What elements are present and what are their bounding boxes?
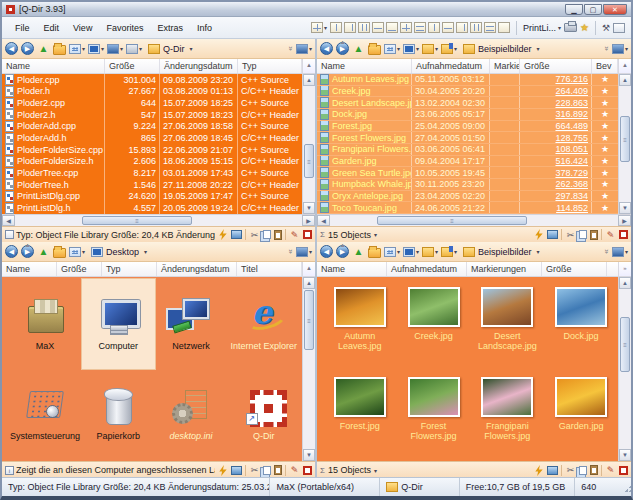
maximize-button[interactable]: ▢ <box>584 4 602 15</box>
copy-icon[interactable] <box>263 230 271 239</box>
menu-item[interactable]: Extras <box>150 21 190 35</box>
column-header[interactable]: Name <box>317 262 387 276</box>
pane-select-dropdown[interactable]: ▾ <box>296 44 312 54</box>
paste-icon[interactable] <box>274 465 282 475</box>
header-more-columns[interactable]: » <box>618 262 631 276</box>
flash-icon[interactable] <box>533 465 544 476</box>
view-mode-dropdown[interactable]: ▾ <box>69 247 85 257</box>
address-bar[interactable]: Q-Dir▾ <box>148 44 193 54</box>
scroll-left-arrow[interactable]: ◀ <box>2 215 15 226</box>
pane-layout-button[interactable] <box>330 22 342 33</box>
pane-select-dropdown[interactable]: ▾ <box>612 44 628 54</box>
toolbar-overflow-icon[interactable]: » <box>285 249 294 253</box>
desktop-item[interactable]: Internet Explorer <box>227 279 300 369</box>
vertical-scrollbar[interactable]: ▲ ≡ ▼ <box>618 74 631 214</box>
table-row[interactable]: PloderAdd.cpp 9.224 27.06.2009 18:58 C++… <box>2 121 302 133</box>
scroll-down-arrow[interactable]: ▼ <box>303 202 315 214</box>
select-icon[interactable] <box>303 230 312 239</box>
table-row[interactable]: Forest.jpg 25.04.2005 09:00 664.489 ★ <box>317 121 618 133</box>
desktop-item[interactable]: Computer <box>82 279 155 369</box>
folder-button[interactable] <box>368 248 381 258</box>
computer-dropdown[interactable]: ▾ <box>88 44 104 54</box>
goto-folder-icon[interactable] <box>231 466 242 475</box>
scroll-thumb[interactable]: ≡ <box>82 216 192 225</box>
object-count-dropdown[interactable]: Σ15 Objects▾ <box>320 465 377 475</box>
scroll-thumb[interactable]: ≡ <box>620 116 630 162</box>
goto-folder-icon[interactable] <box>547 466 558 475</box>
desktop-item[interactable]: MaX <box>8 279 82 369</box>
thumbnail-item[interactable]: Forest.jpg <box>323 371 397 461</box>
desktop-item[interactable]: Netzwerk <box>155 279 228 369</box>
desktop-item[interactable]: Papierkorb <box>82 369 155 459</box>
pane-layout-button[interactable] <box>344 22 356 33</box>
column-header[interactable]: Aufnahmedatum <box>412 59 490 73</box>
address-bar[interactable]: Beispielbilder▾ <box>463 247 540 257</box>
table-row[interactable]: Desert Landscape.jpg 13.02.2004 02:30 22… <box>317 97 618 109</box>
pane-layout-button[interactable] <box>428 22 440 33</box>
column-header[interactable]: Bev <box>592 59 618 73</box>
thumbnail-item[interactable]: Frangipani Flowers.jpg <box>471 371 545 461</box>
column-header[interactable]: Name <box>2 59 105 73</box>
table-row[interactable]: PloderAdd.h 865 27.06.2009 18:45 C/C++ H… <box>2 132 302 144</box>
flash-icon[interactable] <box>533 229 544 240</box>
header-corner[interactable]: ▲ <box>618 59 631 73</box>
pane-layout-button[interactable] <box>470 22 482 33</box>
thumbnail-item[interactable]: Garden.jpg <box>544 371 618 461</box>
horizontal-scrollbar[interactable]: ◀ ≡ ▶ <box>317 214 631 226</box>
select-icon[interactable] <box>619 230 628 239</box>
rename-icon[interactable] <box>289 465 300 476</box>
scroll-left-arrow[interactable]: ◀ <box>317 215 330 226</box>
table-row[interactable]: PrintListDlg.cpp 24.620 19.05.2009 17:47… <box>2 191 302 203</box>
cut-icon[interactable] <box>249 229 260 240</box>
scroll-down-arrow[interactable]: ▼ <box>619 449 631 461</box>
layout-menu-dropdown[interactable]: ▾ <box>311 22 327 33</box>
select-icon[interactable] <box>303 466 312 475</box>
print-list-button[interactable]: PrintLi...▾ <box>523 23 561 33</box>
copy-icon[interactable] <box>263 466 271 475</box>
up-button[interactable]: ▲ <box>37 42 50 55</box>
menu-item[interactable]: Info <box>190 21 219 35</box>
table-row[interactable]: PloderFolderSize.cpp 15.893 22.06.2009 2… <box>2 144 302 156</box>
thumbnail-item[interactable]: Creek.jpg <box>397 281 471 371</box>
desktop-item[interactable]: desktop.ini <box>155 369 228 459</box>
view-mode-dropdown[interactable]: ▾ <box>69 44 85 54</box>
column-header[interactable]: Markierun... <box>490 59 520 73</box>
column-header[interactable]: Änderungsdatum <box>157 262 237 276</box>
select-icon[interactable] <box>619 466 628 475</box>
column-header[interactable]: Größe <box>520 59 592 73</box>
scroll-right-arrow[interactable]: ▶ <box>302 215 315 226</box>
rename-icon[interactable] <box>605 465 616 476</box>
printer-icon[interactable] <box>564 23 577 32</box>
table-row[interactable]: Forest Flowers.jpg 27.04.2005 01:50 128.… <box>317 132 618 144</box>
cut-icon[interactable] <box>565 229 576 240</box>
back-button[interactable]: ◀ <box>320 42 333 55</box>
scroll-down-arrow[interactable]: ▼ <box>303 449 315 461</box>
column-header[interactable]: Typ <box>238 59 302 73</box>
scroll-up-arrow[interactable]: ▲ <box>619 277 631 289</box>
table-row[interactable]: PloderTree.cpp 8.217 03.01.2009 17:43 C+… <box>2 167 302 179</box>
resize-grip[interactable] <box>621 481 631 493</box>
object-count-dropdown[interactable]: Σ15 Objects▾ <box>320 230 377 240</box>
pane-layout-button[interactable] <box>372 22 384 33</box>
pane-layout-button[interactable] <box>484 22 496 33</box>
view-mode-dropdown[interactable]: ▾ <box>384 247 400 257</box>
back-button[interactable]: ◀ <box>5 42 18 55</box>
toolbar-overflow-icon[interactable]: » <box>285 46 294 50</box>
menu-item[interactable]: File <box>8 21 37 35</box>
rename-icon[interactable] <box>289 229 300 240</box>
column-header[interactable]: Name <box>317 59 412 73</box>
scroll-thumb[interactable]: ≡ <box>304 144 314 178</box>
table-row[interactable]: Creek.jpg 30.04.2005 20:20 264.409 ★ <box>317 86 618 98</box>
column-header[interactable]: Titel <box>237 262 302 276</box>
header-corner[interactable]: ▲ <box>302 59 315 73</box>
thumbnail-item[interactable]: Autumn Leaves.jpg <box>323 281 397 371</box>
desktop-item[interactable]: Q-Dir <box>227 369 300 459</box>
computer-dropdown[interactable]: ▾ <box>403 247 419 257</box>
table-row[interactable]: PloderFolderSize.h 2.606 18.06.2009 15:1… <box>2 156 302 168</box>
window-icon[interactable] <box>613 23 625 33</box>
history-dropdown[interactable]: ▾ <box>126 44 142 54</box>
column-header[interactable]: Größe <box>542 262 607 276</box>
scroll-thumb[interactable]: ≡ <box>377 216 527 225</box>
horizontal-scrollbar[interactable]: ◀ ≡ ▶ <box>2 214 315 226</box>
desktop-item[interactable]: Systemsteuerung <box>8 369 82 459</box>
